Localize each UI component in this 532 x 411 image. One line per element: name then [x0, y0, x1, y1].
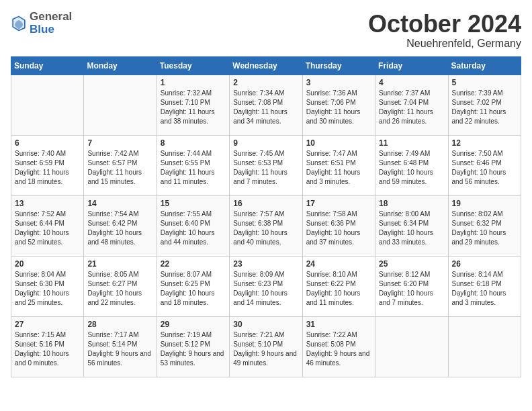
calendar-cell: 5Sunrise: 7:39 AM Sunset: 7:02 PM Daylig…: [448, 75, 521, 135]
day-info: Sunrise: 7:42 AM Sunset: 6:57 PM Dayligh…: [87, 149, 152, 187]
day-number: 30: [233, 320, 298, 329]
calendar-cell: 8Sunrise: 7:44 AM Sunset: 6:55 PM Daylig…: [157, 135, 229, 195]
day-number: 8: [161, 138, 226, 148]
column-header-friday: Friday: [375, 56, 448, 75]
calendar-cell: 30Sunrise: 7:21 AM Sunset: 5:10 PM Dayli…: [230, 316, 302, 377]
day-number: 5: [452, 78, 517, 87]
calendar-cell: 28Sunrise: 7:17 AM Sunset: 5:14 PM Dayli…: [84, 316, 157, 377]
day-info: Sunrise: 7:21 AM Sunset: 5:10 PM Dayligh…: [233, 330, 298, 368]
calendar-cell: 19Sunrise: 8:02 AM Sunset: 6:32 PM Dayli…: [448, 195, 521, 256]
day-number: 23: [233, 259, 298, 269]
calendar-cell: 24Sunrise: 8:10 AM Sunset: 6:22 PM Dayli…: [302, 256, 375, 316]
day-info: Sunrise: 8:12 AM Sunset: 6:20 PM Dayligh…: [379, 270, 444, 308]
day-number: 26: [452, 259, 517, 269]
day-number: 3: [306, 78, 371, 87]
calendar-cell: 27Sunrise: 7:15 AM Sunset: 5:16 PM Dayli…: [11, 316, 84, 377]
calendar-cell: 21Sunrise: 8:05 AM Sunset: 6:27 PM Dayli…: [84, 256, 157, 316]
day-info: Sunrise: 7:32 AM Sunset: 7:10 PM Dayligh…: [161, 89, 226, 126]
calendar-week-row: 6Sunrise: 7:40 AM Sunset: 6:59 PM Daylig…: [11, 135, 521, 195]
calendar-cell: 7Sunrise: 7:42 AM Sunset: 6:57 PM Daylig…: [84, 135, 157, 195]
calendar-cell: 13Sunrise: 7:52 AM Sunset: 6:44 PM Dayli…: [11, 195, 84, 256]
calendar-cell: 1Sunrise: 7:32 AM Sunset: 7:10 PM Daylig…: [157, 75, 229, 135]
logo: General Blue: [11, 11, 72, 36]
day-number: 12: [452, 138, 517, 148]
day-number: 17: [306, 199, 371, 208]
day-info: Sunrise: 8:02 AM Sunset: 6:32 PM Dayligh…: [452, 210, 517, 247]
day-number: 4: [379, 78, 444, 87]
day-info: Sunrise: 7:39 AM Sunset: 7:02 PM Dayligh…: [452, 89, 517, 126]
calendar-table: SundayMondayTuesdayWednesdayThursdayFrid…: [11, 56, 521, 377]
day-number: 15: [161, 199, 226, 208]
day-info: Sunrise: 8:00 AM Sunset: 6:34 PM Dayligh…: [379, 210, 444, 247]
calendar-week-row: 27Sunrise: 7:15 AM Sunset: 5:16 PM Dayli…: [11, 316, 521, 377]
day-info: Sunrise: 8:10 AM Sunset: 6:22 PM Dayligh…: [306, 270, 371, 308]
day-info: Sunrise: 7:57 AM Sunset: 6:38 PM Dayligh…: [233, 210, 298, 247]
calendar-cell: 12Sunrise: 7:50 AM Sunset: 6:46 PM Dayli…: [448, 135, 521, 195]
calendar-week-row: 1Sunrise: 7:32 AM Sunset: 7:10 PM Daylig…: [11, 75, 521, 135]
day-info: Sunrise: 7:40 AM Sunset: 6:59 PM Dayligh…: [15, 149, 80, 187]
calendar-week-row: 13Sunrise: 7:52 AM Sunset: 6:44 PM Dayli…: [11, 195, 521, 256]
month-title: October 2024: [368, 11, 521, 38]
day-number: 27: [15, 320, 80, 329]
column-header-wednesday: Wednesday: [230, 56, 302, 75]
day-number: 29: [161, 320, 226, 329]
calendar-cell: 9Sunrise: 7:45 AM Sunset: 6:53 PM Daylig…: [230, 135, 302, 195]
day-number: 1: [161, 78, 226, 87]
title-block: October 2024 Neuehrenfeld, Germany: [368, 11, 521, 50]
day-info: Sunrise: 7:17 AM Sunset: 5:14 PM Dayligh…: [87, 330, 152, 368]
day-number: 22: [161, 259, 226, 269]
column-header-sunday: Sunday: [11, 56, 84, 75]
day-info: Sunrise: 8:04 AM Sunset: 6:30 PM Dayligh…: [15, 270, 80, 308]
column-header-monday: Monday: [84, 56, 157, 75]
day-number: 2: [233, 78, 298, 87]
calendar-cell: 6Sunrise: 7:40 AM Sunset: 6:59 PM Daylig…: [11, 135, 84, 195]
logo-blue: Blue: [30, 24, 72, 36]
column-header-thursday: Thursday: [302, 56, 375, 75]
day-number: 28: [87, 320, 152, 329]
day-number: 6: [15, 138, 80, 148]
calendar-cell: 17Sunrise: 7:58 AM Sunset: 6:36 PM Dayli…: [302, 195, 375, 256]
day-info: Sunrise: 7:55 AM Sunset: 6:40 PM Dayligh…: [161, 210, 226, 247]
calendar-cell: [448, 316, 521, 377]
day-number: 11: [379, 138, 444, 148]
calendar-cell: [84, 75, 157, 135]
calendar-cell: 10Sunrise: 7:47 AM Sunset: 6:51 PM Dayli…: [302, 135, 375, 195]
day-info: Sunrise: 7:49 AM Sunset: 6:48 PM Dayligh…: [379, 149, 444, 187]
day-info: Sunrise: 8:09 AM Sunset: 6:23 PM Dayligh…: [233, 270, 298, 308]
day-info: Sunrise: 7:50 AM Sunset: 6:46 PM Dayligh…: [452, 149, 517, 187]
day-number: 24: [306, 259, 371, 269]
day-number: 20: [15, 259, 80, 269]
calendar-cell: 23Sunrise: 8:09 AM Sunset: 6:23 PM Dayli…: [230, 256, 302, 316]
calendar-cell: 26Sunrise: 8:14 AM Sunset: 6:18 PM Dayli…: [448, 256, 521, 316]
column-header-tuesday: Tuesday: [157, 56, 229, 75]
location: Neuehrenfeld, Germany: [368, 38, 521, 50]
day-number: 25: [379, 259, 444, 269]
day-info: Sunrise: 8:07 AM Sunset: 6:25 PM Dayligh…: [161, 270, 226, 308]
calendar-cell: [11, 75, 84, 135]
calendar-cell: 18Sunrise: 8:00 AM Sunset: 6:34 PM Dayli…: [375, 195, 448, 256]
calendar-cell: 4Sunrise: 7:37 AM Sunset: 7:04 PM Daylig…: [375, 75, 448, 135]
day-info: Sunrise: 7:58 AM Sunset: 6:36 PM Dayligh…: [306, 210, 371, 247]
day-info: Sunrise: 7:15 AM Sunset: 5:16 PM Dayligh…: [15, 330, 80, 368]
day-number: 10: [306, 138, 371, 148]
day-number: 16: [233, 199, 298, 208]
calendar-cell: [375, 316, 448, 377]
calendar-cell: 31Sunrise: 7:22 AM Sunset: 5:08 PM Dayli…: [302, 316, 375, 377]
day-info: Sunrise: 7:19 AM Sunset: 5:12 PM Dayligh…: [161, 330, 226, 368]
calendar-cell: 16Sunrise: 7:57 AM Sunset: 6:38 PM Dayli…: [230, 195, 302, 256]
calendar-cell: 3Sunrise: 7:36 AM Sunset: 7:06 PM Daylig…: [302, 75, 375, 135]
day-number: 31: [306, 320, 371, 329]
day-number: 14: [87, 199, 152, 208]
day-info: Sunrise: 7:45 AM Sunset: 6:53 PM Dayligh…: [233, 149, 298, 187]
day-info: Sunrise: 7:52 AM Sunset: 6:44 PM Dayligh…: [15, 210, 80, 247]
day-number: 19: [452, 199, 517, 208]
page-header: General Blue October 2024 Neuehrenfeld, …: [11, 11, 521, 50]
calendar-cell: 25Sunrise: 8:12 AM Sunset: 6:20 PM Dayli…: [375, 256, 448, 316]
day-info: Sunrise: 7:37 AM Sunset: 7:04 PM Dayligh…: [379, 89, 444, 126]
day-info: Sunrise: 7:44 AM Sunset: 6:55 PM Dayligh…: [161, 149, 226, 187]
calendar-cell: 20Sunrise: 8:04 AM Sunset: 6:30 PM Dayli…: [11, 256, 84, 316]
day-info: Sunrise: 8:05 AM Sunset: 6:27 PM Dayligh…: [87, 270, 152, 308]
day-number: 21: [87, 259, 152, 269]
calendar-header-row: SundayMondayTuesdayWednesdayThursdayFrid…: [11, 56, 521, 75]
calendar-cell: 22Sunrise: 8:07 AM Sunset: 6:25 PM Dayli…: [157, 256, 229, 316]
